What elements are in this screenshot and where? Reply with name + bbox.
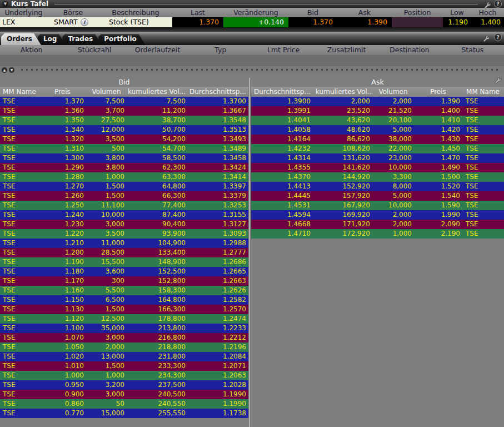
bid-row[interactable]: TSE 1.270 1,500 64,800 1.3397 <box>0 182 248 191</box>
bid-row[interactable]: TSE 1.070 3,000 216,800 1.2212 <box>0 333 248 342</box>
bid-row[interactable]: TSE 1.160 5,500 158,300 1.2626 <box>0 286 248 295</box>
bid-mm-name: TSE <box>0 153 39 163</box>
bid-row[interactable]: TSE 1.350 27,500 38,700 1.3548 <box>0 116 248 125</box>
beschreibung-cell[interactable]: Stock (TSE) <box>99 17 172 27</box>
bid-row[interactable]: TSE 1.220 3,500 93,900 1.3093 <box>0 229 248 239</box>
bid-row[interactable]: TSE 1.200 28,500 133,400 1.2777 <box>0 248 248 257</box>
bid-preis: 1.340 <box>39 125 86 135</box>
bid-mm-name: TSE <box>0 371 39 380</box>
underlying-cell[interactable]: LEX <box>0 17 47 27</box>
bid-row[interactable]: TSE 1.050 2,000 218,800 1.2196 <box>0 342 248 352</box>
bid-volumen: 35,000 <box>86 324 127 333</box>
ask-volumen: 5,000 <box>372 191 414 201</box>
bid-row[interactable]: TSE 0.900 3,000 240,500 1.1990 <box>0 390 248 399</box>
bid-row[interactable]: TSE 1.280 1,000 63,300 1.3414 <box>0 172 248 182</box>
hoch-cell[interactable]: 1.400 <box>471 17 504 27</box>
bid-volumen: 6,500 <box>86 295 127 305</box>
bid-row[interactable]: TSE 1.260 1,500 66,300 1.3379 <box>0 191 248 201</box>
bid-cell[interactable]: 1.370 <box>288 17 337 27</box>
bid-row[interactable]: TSE 1.300 3,800 58,500 1.3458 <box>0 153 248 163</box>
ask-row[interactable]: 1.4370 144,920 3,300 1.500 TSE <box>251 172 504 182</box>
bid-row[interactable]: TSE 1.360 3,700 11,200 1.3667 <box>0 106 248 116</box>
splitter-up-icon[interactable]: ▲ <box>2 67 7 73</box>
low-cell[interactable]: 1.190 <box>443 17 471 27</box>
bid-volumen: 28,500 <box>86 248 127 257</box>
bid-row[interactable]: TSE 1.290 3,800 62,300 1.3424 <box>0 163 248 172</box>
ask-row[interactable]: 1.4445 157,920 5,000 1.540 TSE <box>251 191 504 201</box>
ask-row[interactable]: 1.4710 172,920 1,000 2.190 TSE <box>251 229 504 239</box>
tab-log[interactable]: Log <box>38 33 66 45</box>
bid-kum-vol: 218,800 <box>127 342 188 352</box>
ask-mm-name: TSE <box>462 191 504 201</box>
bid-preis: 1.180 <box>39 267 86 276</box>
ask-row[interactable]: 1.4531 167,920 10,000 1.590 TSE <box>251 201 504 210</box>
bid-row[interactable]: TSE 1.250 11,100 77,400 1.3253 <box>0 201 248 210</box>
tab-orders[interactable]: Orders <box>1 33 41 45</box>
ask-row[interactable]: 1.4668 171,920 2,000 2.090 TSE <box>251 220 504 229</box>
bid-row[interactable]: TSE 0.860 50 240,550 1.1990 <box>0 399 248 409</box>
ask-row[interactable]: 1.4594 169,920 2,000 1.990 TSE <box>251 210 504 220</box>
ask-row[interactable]: 1.3991 23,520 21,520 1.400 TSE <box>251 106 504 116</box>
bid-row[interactable]: TSE 1.320 3,500 54,200 1.3493 <box>0 135 248 144</box>
ask-row[interactable]: 1.4164 86,620 38,000 1.430 TSE <box>251 135 504 144</box>
bid-row[interactable]: TSE 1.170 300 152,800 1.2663 <box>0 276 248 286</box>
ask-row[interactable]: 1.4232 108,620 22,000 1.450 TSE <box>251 144 504 153</box>
ask-row[interactable]: 1.4058 48,620 5,000 1.420 TSE <box>251 125 504 135</box>
info-icon[interactable]: i <box>81 18 88 26</box>
boerse-cell[interactable]: SMART i <box>47 17 99 27</box>
bid-durchschnitt: 1.2777 <box>188 248 248 257</box>
bid-row[interactable]: TSE 1.120 12,500 178,800 1.2474 <box>0 314 248 324</box>
bid-row[interactable]: TSE 1.150 6,500 164,800 1.2582 <box>0 295 248 305</box>
bid-row[interactable]: TSE 1.230 3,000 90,400 1.3127 <box>0 220 248 229</box>
wrench-icon[interactable] <box>484 1 491 8</box>
bid-row[interactable]: TSE 1.020 13,000 231,800 1.2084 <box>0 352 248 361</box>
collapse-panel-icon[interactable]: ▼ <box>2 1 8 7</box>
ask-row[interactable]: 1.3900 2,000 2,000 1.390 TSE <box>251 97 504 106</box>
tab-portfolio[interactable]: Portfolio <box>98 33 146 45</box>
ask-row[interactable]: 1.4041 43,620 20,100 1.410 TSE <box>251 116 504 125</box>
bid-volumen: 10,000 <box>86 210 127 220</box>
bid-mm-name: TSE <box>0 257 39 267</box>
help-icon[interactable]: ? <box>494 33 502 41</box>
splitter-down-icon[interactable]: ▼ <box>9 67 14 73</box>
ask-durchschnitt: 1.4594 <box>251 210 313 220</box>
bid-row[interactable]: TSE 1.240 10,000 87,400 1.3155 <box>0 210 248 220</box>
bid-row[interactable]: TSE 1.100 35,000 213,800 1.2233 <box>0 324 248 333</box>
bid-row[interactable]: TSE 1.210 11,000 104,900 1.2988 <box>0 239 248 248</box>
tab-trades[interactable]: Trades <box>62 33 102 45</box>
bid-row[interactable]: TSE 1.130 1,500 166,300 1.2570 <box>0 305 248 314</box>
bid-row[interactable]: TSE 1.000 1,000 234,300 1.2063 <box>0 371 248 380</box>
bid-mm-name: TSE <box>0 144 39 153</box>
ask-preis: 1.400 <box>414 106 462 116</box>
ask-row[interactable]: 1.4355 141,620 10,000 1.490 TSE <box>251 163 504 172</box>
bid-row[interactable]: TSE 1.310 500 54,700 1.3489 <box>0 144 248 153</box>
quote-header-boerse: Börse <box>47 8 99 17</box>
bid-mm-name: TSE <box>0 361 39 371</box>
bid-row[interactable]: TSE 1.370 7,500 7,500 1.3700 <box>0 97 248 106</box>
ask-cell[interactable]: 1.390 <box>337 17 392 27</box>
bid-mm-name: TSE <box>0 135 39 144</box>
bid-kum-vol: 234,300 <box>127 371 188 380</box>
ask-mm-name: TSE <box>462 210 504 220</box>
bid-row[interactable]: TSE 0.950 3,200 237,500 1.2028 <box>0 380 248 390</box>
panel-splitter[interactable]: ▲ ▼ <box>0 66 504 73</box>
bid-preis: 0.770 <box>39 409 86 418</box>
bid-kum-vol: 66,300 <box>127 191 188 201</box>
bid-row[interactable]: TSE 0.770 15,000 255,550 1.1738 <box>0 409 248 418</box>
bid-row[interactable]: TSE 1.180 3,600 152,500 1.2665 <box>0 267 248 276</box>
ask-preis: 1.420 <box>414 125 462 135</box>
wrench-icon[interactable] <box>495 76 502 83</box>
position-cell[interactable] <box>392 17 443 27</box>
ask-row[interactable]: 1.4413 152,920 8,000 1.520 TSE <box>251 182 504 191</box>
bid-row[interactable]: TSE 1.190 15,500 148,900 1.2686 <box>0 257 248 267</box>
last-cell[interactable]: 1.370 <box>172 17 223 27</box>
ask-kum-vol: 48,620 <box>313 125 372 135</box>
bid-row[interactable]: TSE 1.340 12,000 50,700 1.3513 <box>0 125 248 135</box>
ask-row[interactable]: 1.4314 131,620 23,000 1.470 TSE <box>251 153 504 163</box>
change-cell[interactable]: +0.140 <box>223 17 288 27</box>
bid-row[interactable]: TSE 1.010 1,500 233,300 1.2071 <box>0 361 248 371</box>
wrench-icon[interactable] <box>483 34 490 41</box>
ask-durchschnitt: 1.4531 <box>251 201 313 210</box>
splitter-drag-handle[interactable] <box>19 68 501 71</box>
help-icon[interactable]: ? <box>494 0 502 8</box>
